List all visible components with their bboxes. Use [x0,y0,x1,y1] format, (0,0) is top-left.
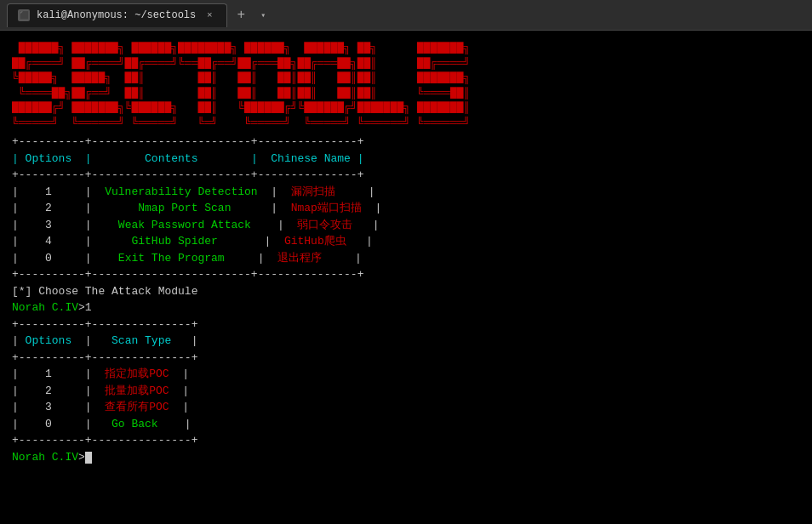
terminal: ██████╗ ███████╗ ██████╗████████╗ ██████… [0,31,812,524]
main-table-mid: +----------+------------------------+---… [12,167,800,184]
main-table-row-2: | 2 | Nmap Port Scan | Nmap端口扫描 | [12,200,800,217]
second-prompt-line[interactable]: Norah C.IV > [12,449,800,466]
scan-table-top: +----------+---------------+ [12,316,800,333]
prompt1-arrow: > [78,299,85,316]
logo-line-4: ╚════██╗██╔══╝ ██║ ██║ ██║ ██║██║ ██║██║… [12,86,800,101]
main-table-row-4: | 4 | GitHub Spider | GitHub爬虫 | [12,233,800,250]
scan-table-row-2: | 2 | 批量加载POC | [12,383,800,400]
logo-line-3: ╚█████╗ █████╗ ██║ ██║ ██║ ██║██║ ██║██║… [12,71,800,86]
logo-line-5: ██████╔╝ ███████╗╚██████╗ ██║ ╚██████╔╝╚… [12,100,800,116]
tab-label: kali@Anonymous: ~/sectools [37,9,196,21]
logo: ██████╗ ███████╗ ██████╗████████╗ ██████… [12,41,800,130]
cursor [85,452,92,464]
titlebar: ⬛ kali@Anonymous: ~/sectools × + ▾ [0,0,812,31]
tab-dropdown-button[interactable]: ▾ [254,7,272,24]
first-prompt-line: Norah C.IV > 1 [12,299,800,316]
prompt1-input: 1 [85,299,92,316]
main-table-row-3: | 3 | Weak Password Attack | 弱口令攻击 | [12,217,800,234]
terminal-icon: ⬛ [18,9,30,21]
logo-line-1: ██████╗ ███████╗ ██████╗████████╗ ██████… [12,41,800,56]
scan-table-header: | Options | Scan Type | [12,333,800,350]
scan-table-bot: +----------+---------------+ [12,432,800,449]
logo-line-2: ██╔════╝ ██╔════╝██╔════╝╚══██╔══╝██╔═══… [12,56,800,71]
choose-label: [*] Choose The Attack Module [12,283,800,300]
prompt1-name: Norah C.IV [12,299,78,316]
main-table-row-0: | 0 | Exit The Program | 退出程序 | [12,250,800,267]
terminal-tab[interactable]: ⬛ kali@Anonymous: ~/sectools × [7,3,227,27]
scan-table-mid: +----------+---------------+ [12,350,800,367]
tab-close-button[interactable]: × [203,9,216,22]
scan-table-row-1: | 1 | 指定加载POC | [12,366,800,383]
main-table-header: | Options | Contents | Chinese Name | [12,151,800,168]
main-table-bot: +----------+------------------------+---… [12,266,800,283]
logo-line-6: ╚═════╝ ╚══════╝ ╚═════╝ ╚═╝ ╚═════╝ ╚══… [12,116,800,131]
new-tab-button[interactable]: + [231,5,251,26]
main-table-top: +----------+------------------------+---… [12,134,800,151]
scan-table-row-3: | 3 | 查看所有POC | [12,399,800,416]
prompt2-arrow: > [78,449,85,466]
scan-table-row-0: | 0 | Go Back | [12,416,800,433]
prompt2-name: Norah C.IV [12,449,78,466]
main-table-row-1: | 1 | Vulnerability Detection | 漏洞扫描 | [12,184,800,201]
